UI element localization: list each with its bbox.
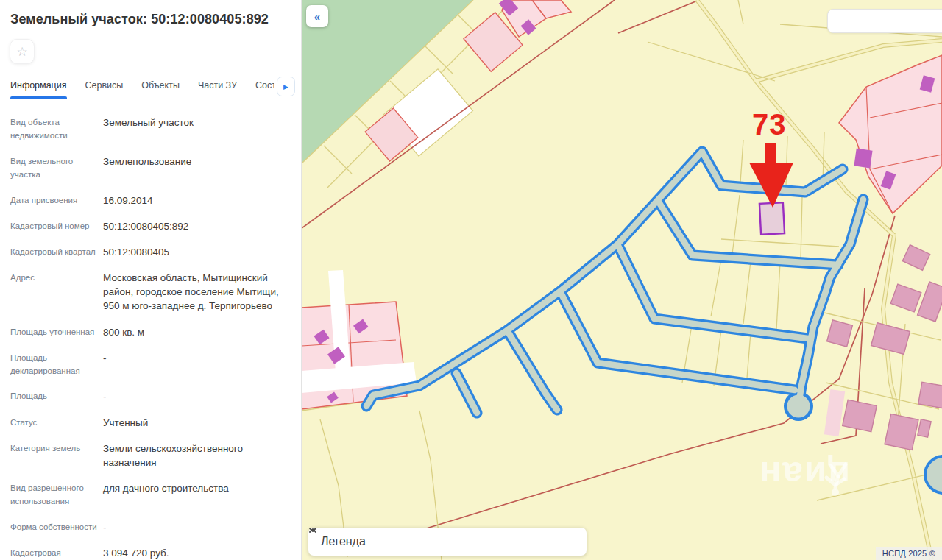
field-value: - (103, 389, 289, 403)
field-value: 50:12:0080405:892 (103, 219, 289, 233)
field-value: Учтенный (103, 416, 289, 430)
tab-состав[interactable]: Состав (255, 74, 274, 99)
tabs-bar: ИнформацияСервисыОбъектыЧасти ЗУСостав ▶ (0, 74, 301, 99)
field-value: 3 094 720 руб. (103, 546, 289, 560)
field-row: Категория земельЗемли сельскохозяйственн… (10, 442, 289, 469)
field-value: 50:12:0080405 (103, 245, 289, 259)
page-title: Земельный участок: 50:12:0080405:892 (0, 0, 301, 27)
tabs-list: ИнформацияСервисыОбъектыЧасти ЗУСостав (10, 74, 274, 99)
field-row: СтатусУчтенный (10, 416, 289, 430)
favorite-button[interactable]: ☆ (10, 39, 35, 64)
field-label: Вид объекта недвижимости (10, 116, 103, 143)
field-row: Кадастровая стоимость3 094 720 руб. (10, 546, 289, 560)
tab-сервисы[interactable]: Сервисы (85, 74, 124, 99)
field-row: Площадь декларированная- (10, 351, 289, 378)
field-row: Вид объекта недвижимостиЗемельный участо… (10, 116, 289, 143)
field-row: Кадастровый номер50:12:0080405:892 (10, 219, 289, 233)
legend-label: Легенда (321, 535, 366, 548)
chevron-right-icon: ▶ (283, 83, 288, 91)
field-label: Статус (10, 416, 103, 430)
field-row: Дата присвоения16.09.2014 (10, 194, 289, 208)
map-svg: 73 (302, 0, 942, 560)
field-value: Землепользование (103, 155, 289, 182)
fields-list: Вид объекта недвижимостиЗемельный участо… (0, 99, 301, 560)
field-label: Кадастровый номер (10, 219, 103, 233)
field-value: Земли сельскохозяйственного назначения (103, 442, 289, 469)
field-row: АдресМосковская область, Мытищинский рай… (10, 271, 289, 313)
highlighted-parcel[interactable] (759, 202, 785, 235)
parcel-info-panel: Земельный участок: 50:12:0080405:892 ☆ И… (0, 0, 302, 560)
field-label: Форма собственности (10, 520, 103, 534)
search-input[interactable] (827, 9, 942, 33)
field-row: Форма собственности- (10, 520, 289, 534)
parcel-marker-label: 73 (752, 108, 787, 141)
tab-объекты[interactable]: Объекты (141, 74, 180, 99)
field-row: Вид разрешенного использованиядля дачног… (10, 481, 289, 508)
field-label: Дата присвоения (10, 194, 103, 208)
field-label: Площадь (10, 389, 103, 403)
field-row: Площадь- (10, 389, 289, 403)
field-value: - (103, 351, 289, 378)
field-label: Вид земельного участка (10, 155, 103, 182)
star-icon: ☆ (16, 46, 27, 58)
field-label: Адрес (10, 271, 103, 313)
field-value: 16.09.2014 (103, 194, 289, 208)
map-canvas[interactable]: 73 « Легенда циан НСПД 2025 © (302, 0, 942, 560)
legend-dropdown[interactable]: Легенда (308, 528, 587, 556)
copyright-label: НСПД 2025 © (876, 547, 942, 560)
tab-части-зу[interactable]: Части ЗУ (198, 74, 237, 99)
field-value: - (103, 520, 289, 534)
field-label: Кадастровая стоимость (10, 546, 103, 560)
field-value: 800 кв. м (103, 325, 289, 339)
field-value: для дачного строительства (103, 481, 289, 508)
tab-информация[interactable]: Информация (10, 74, 67, 99)
field-row: Площадь уточненная800 кв. м (10, 325, 289, 339)
field-label: Кадастровый квартал (10, 245, 103, 259)
field-label: Площадь уточненная (10, 325, 103, 339)
field-label: Категория земель (10, 442, 103, 469)
field-label: Площадь декларированная (10, 351, 103, 378)
tabs-more-button[interactable]: ▶ (277, 77, 295, 96)
field-label: Вид разрешенного использования (10, 481, 103, 508)
collapse-panel-button[interactable]: « (306, 5, 328, 27)
field-row: Кадастровый квартал50:12:0080405 (10, 245, 289, 259)
map-background (302, 0, 942, 560)
field-value: Земельный участок (103, 116, 289, 143)
field-row: Вид земельного участкаЗемлепользование (10, 155, 289, 182)
app-window: Земельный участок: 50:12:0080405:892 ☆ И… (0, 0, 942, 560)
field-value: Московская область, Мытищинский район, г… (103, 271, 289, 313)
